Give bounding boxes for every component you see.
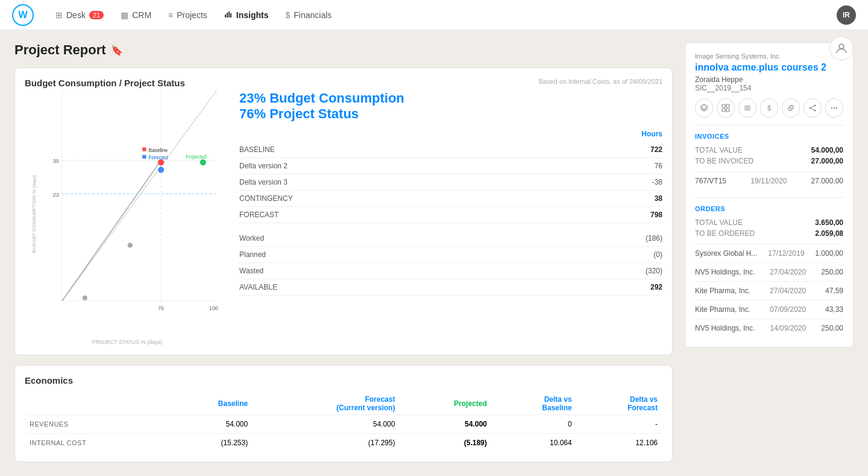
row-label: AVAILABLE [239, 283, 277, 291]
orders-tobe-value: 2.059,08 [815, 229, 843, 238]
order-date: 14/09/2020 [770, 324, 806, 332]
contact-name: Zoraida Heppe [695, 75, 843, 84]
desk-badge: 21 [89, 11, 104, 19]
col-header-forecast: Forecast(Current version) [253, 393, 400, 415]
svg-text:100: 100 [209, 305, 218, 311]
row-value: 798 [650, 211, 662, 219]
grid-icon-btn[interactable] [717, 98, 735, 118]
more-icon-btn[interactable] [825, 98, 843, 118]
list-icon-btn[interactable] [738, 98, 756, 118]
projects-icon: ≡ [168, 10, 173, 20]
row-delta2: Delta version 2 76 [239, 158, 662, 174]
orders-total-row: TOTAL VALUE 3.650,00 [695, 217, 843, 228]
action-icons: $ [695, 98, 843, 118]
row-forecast: FORECAST 798 [239, 207, 662, 223]
chart-point-projected [200, 159, 206, 165]
order-detail-3[interactable]: Kite Pharma, Inc. 07/09/2020 43,33 [695, 300, 843, 319]
link-icon-btn[interactable] [782, 98, 800, 118]
order-ref: Sysorex Global H... [695, 249, 757, 258]
bookmark-icon[interactable]: 🔖 [111, 45, 123, 56]
row-label: Delta version 3 [239, 178, 288, 186]
svg-text:$: $ [767, 104, 771, 112]
inv-tobe-label: TO BE INVOICED [695, 157, 753, 165]
right-panel: Image Sensing Systems, Inc. innolva acme… [685, 42, 854, 462]
econ-projected: 54.000 [400, 415, 491, 434]
row-label: CONTINGENCY [239, 194, 293, 203]
svg-text:23: 23 [52, 192, 58, 198]
dollar-icon-btn[interactable]: $ [760, 98, 778, 118]
user-avatar[interactable]: IR [837, 5, 856, 25]
row-value: 38 [655, 194, 662, 203]
econ-row-internal-cost: INTERNAL COST (15.253) (17.295) (5.189) … [25, 434, 662, 452]
economics-title: Economics [25, 375, 662, 386]
svg-point-32 [836, 107, 837, 109]
project-name: innolva acme.plus courses 2 [695, 62, 843, 73]
nav-label-crm: CRM [132, 10, 151, 20]
col-header-delta-b: Delta vsBaseline [492, 393, 577, 415]
orders-total-label: TOTAL VALUE [695, 218, 743, 227]
nav-item-projects[interactable]: ≡ Projects [161, 7, 215, 24]
crm-icon: ▦ [121, 10, 128, 20]
row-delta3: Delta version 3 -38 [239, 174, 662, 191]
order-detail-1[interactable]: NV5 Holdings, Inc. 27/04/2020 250,00 [695, 262, 843, 281]
row-value: (320) [646, 267, 662, 275]
row-label: FORECAST [239, 211, 278, 219]
row-label: Planned [239, 250, 266, 259]
order-detail-2[interactable]: Kite Pharma, Inc. 27/04/2020 47,59 [695, 281, 843, 300]
nav-item-insights[interactable]: Insights [217, 6, 276, 24]
order-date: 17/12/2019 [768, 249, 804, 258]
row-wasted: Wasted (320) [239, 263, 662, 279]
nav-item-financials[interactable]: $ Financials [278, 7, 339, 24]
person-icon-container [829, 36, 854, 60]
svg-line-10 [62, 160, 161, 301]
chart-area: BUDGET CONSUMPTION % (days) [25, 90, 230, 345]
chart-point-gray [128, 243, 133, 247]
legend-projected: Projected [186, 154, 207, 160]
svg-line-28 [810, 106, 815, 108]
hours-label: Hours [239, 130, 662, 138]
order-detail-0[interactable]: Sysorex Global H... 17/12/2019 1.000,00 [695, 244, 843, 262]
econ-forecast: (17.295) [253, 434, 400, 452]
svg-point-33 [839, 44, 844, 49]
economics-table: Baseline Forecast(Current version) Proje… [25, 393, 662, 452]
row-label: BASELINE [239, 145, 275, 154]
budget-pct-line2: 76% Project Status [239, 106, 662, 122]
col-header-projected: Projected [400, 393, 491, 415]
row-label: Delta version 2 [239, 162, 288, 170]
order-date: 27/04/2020 [770, 287, 806, 295]
page-title-row: Project Report 🔖 [14, 42, 673, 58]
order-amount: 47,59 [825, 287, 843, 295]
orders-tobe-row: TO BE ORDERED 2.059,08 [695, 228, 843, 239]
inv-amount: 27.000,00 [811, 177, 843, 185]
row-spacer [239, 223, 662, 230]
layers-icon-btn[interactable] [695, 98, 713, 118]
order-amount: 43,33 [825, 305, 843, 314]
econ-delta-f: - [577, 415, 662, 434]
order-ref: Kite Pharma, Inc. [695, 287, 750, 295]
financials-icon: $ [285, 10, 290, 20]
row-value: 76 [655, 162, 662, 170]
invoice-summary: TOTAL VALUE 54.000,00 TO BE INVOICED 27.… [695, 145, 843, 167]
page-title: Project Report [14, 42, 106, 58]
order-ref: NV5 Holdings, Inc. [695, 268, 755, 276]
budget-card-title: Budget Consumption / Project Status [25, 78, 185, 88]
person-icon-button[interactable] [829, 36, 854, 60]
svg-rect-0 [225, 14, 226, 17]
order-detail-4[interactable]: NV5 Holdings, Inc. 14/09/2020 250,00 [695, 319, 843, 337]
logo[interactable]: W [12, 4, 34, 26]
order-ref: Kite Pharma, Inc. [695, 305, 750, 314]
nav-item-crm[interactable]: ▦ CRM [113, 7, 159, 24]
svg-line-9 [62, 90, 217, 301]
share-icon-btn[interactable] [804, 98, 822, 118]
order-amount: 250,00 [821, 268, 843, 276]
col-header-empty [25, 393, 168, 415]
col-header-baseline: Baseline [168, 393, 253, 415]
inv-ref: 767/VT15 [695, 177, 726, 185]
budget-card: Budget Consumption / Project Status Base… [14, 68, 673, 355]
inv-detail-0[interactable]: 767/VT15 19/11/2020 27.000,00 [695, 171, 843, 190]
econ-delta-b: 0 [492, 415, 577, 434]
nav-item-desk[interactable]: ⊞ Desk 21 [48, 7, 111, 24]
chart-point-bottom [83, 296, 87, 300]
svg-text:76: 76 [158, 305, 164, 311]
budget-card-subtitle: Based on Internal Costs, as of 24/09/202… [539, 78, 662, 85]
